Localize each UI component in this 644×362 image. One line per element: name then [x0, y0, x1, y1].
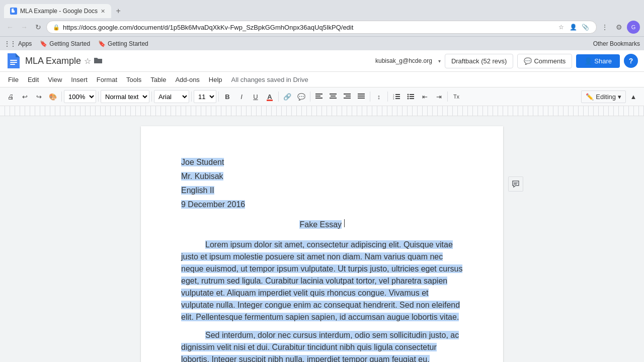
back-button[interactable]: ←: [4, 21, 16, 33]
svg-rect-15: [344, 94, 351, 95]
bookmark-star-icon[interactable]: ☆: [556, 22, 566, 32]
align-center-button[interactable]: [327, 90, 340, 103]
comment-button[interactable]: 💬: [295, 90, 308, 103]
style-select[interactable]: Normal text: [101, 90, 149, 103]
other-bookmarks-button[interactable]: Other Bookmarks: [593, 40, 640, 47]
class-line: English II: [181, 185, 463, 197]
svg-rect-30: [410, 94, 414, 95]
link-button[interactable]: 🔗: [281, 90, 294, 103]
svg-rect-34: [410, 98, 414, 99]
italic-button[interactable]: I: [235, 90, 248, 103]
text-cursor: [344, 219, 345, 227]
bookmark-getting-started-1[interactable]: 🔖 Getting Started: [40, 40, 90, 47]
essay-title-text: Fake Essay: [299, 220, 342, 229]
svg-rect-36: [514, 184, 517, 185]
document-content[interactable]: Joe Student Mr. Kubisak English II 9 Dec…: [181, 156, 463, 362]
menu-view[interactable]: View: [44, 74, 66, 85]
draftback-button[interactable]: Draftback (52 revs): [445, 54, 514, 68]
paint-format-button[interactable]: 🎨: [46, 90, 59, 103]
forward-button[interactable]: →: [18, 21, 30, 33]
justify-button[interactable]: [355, 90, 368, 103]
browser-actions: ⋮ ⚙ G: [599, 21, 640, 34]
font-select[interactable]: Arial: [154, 90, 189, 103]
reload-button[interactable]: ↻: [32, 21, 44, 33]
date-text: 9 December 2016: [181, 200, 245, 209]
menu-addons[interactable]: Add-ons: [171, 74, 203, 85]
decrease-indent-button[interactable]: ⇤: [418, 90, 431, 103]
star-icon[interactable]: ☆: [84, 56, 91, 66]
apps-button[interactable]: ⋮⋮ Apps: [4, 40, 32, 47]
svg-rect-24: [395, 94, 400, 95]
clear-format-button[interactable]: Tx: [450, 90, 463, 103]
numbered-list-button[interactable]: 1.2.3.: [390, 90, 403, 103]
document-page[interactable]: Joe Student Mr. Kubisak English II 9 Dec…: [141, 126, 503, 362]
increase-indent-button[interactable]: ⇥: [432, 90, 445, 103]
folder-icon[interactable]: [94, 57, 102, 65]
menu-format[interactable]: Format: [93, 74, 121, 85]
add-comment-sidebar-icon[interactable]: [508, 176, 523, 192]
menu-edit[interactable]: Edit: [24, 74, 43, 85]
new-tab-button[interactable]: +: [111, 4, 125, 18]
paragraph-2: Sed interdum, dolor nec cursus interdum,…: [181, 329, 463, 362]
extension-icon1[interactable]: 👤: [568, 22, 578, 32]
svg-rect-28: [395, 98, 400, 99]
bold-button[interactable]: B: [221, 90, 234, 103]
underline-button[interactable]: U: [249, 90, 262, 103]
active-tab[interactable]: MLA Example - Google Docs ✕: [4, 4, 111, 18]
redo-button[interactable]: ↪: [32, 90, 45, 103]
bookmark-getting-started-2[interactable]: 🔖 Getting Started: [98, 40, 148, 47]
size-select[interactable]: 11: [194, 90, 216, 103]
apps-label: Apps: [18, 40, 32, 47]
browser-chrome: MLA Example - Google Docs ✕ + ← → ↻ 🔒 ht…: [0, 0, 644, 36]
address-bar[interactable]: 🔒 https://docs.google.com/document/d/1p5…: [46, 21, 597, 34]
tab-bar: MLA Example - Google Docs ✕ +: [0, 0, 644, 18]
paragraph-2-text: Sed interdum, dolor nec cursus interdum,…: [181, 331, 460, 362]
menu-file[interactable]: File: [4, 74, 23, 85]
zoom-select[interactable]: 100%: [64, 90, 96, 103]
document-area[interactable]: Joe Student Mr. Kubisak English II 9 Dec…: [0, 116, 644, 362]
author-line: Joe Student: [181, 156, 463, 168]
tab-close-btn[interactable]: ✕: [101, 8, 105, 15]
undo-button[interactable]: ↩: [18, 90, 31, 103]
toolbar-divider-7: [310, 92, 310, 102]
extensions-btn[interactable]: ⋮: [599, 21, 611, 33]
print-button[interactable]: 🖨: [4, 90, 17, 103]
bookmark-icon-2: 🔖: [98, 40, 106, 47]
toolbar-divider-1: [61, 92, 62, 102]
svg-rect-5: [10, 62, 17, 63]
svg-rect-11: [330, 94, 337, 95]
teacher-text: Mr. Kubisak: [181, 172, 223, 180]
dropdown-arrow-icon[interactable]: ▾: [438, 58, 441, 64]
svg-rect-8: [315, 96, 320, 97]
settings-btn[interactable]: ⚙: [613, 21, 625, 33]
docs-title-row: MLA Example ☆: [25, 56, 102, 66]
docs-logo: [6, 53, 21, 68]
svg-rect-9: [315, 98, 323, 99]
align-left-button[interactable]: [312, 90, 326, 103]
url-text: https://docs.google.com/document/d/1p5Bk…: [63, 24, 556, 31]
editing-mode-selector[interactable]: ✏️ Editing ▾: [581, 90, 626, 103]
toolbar-divider-10: [447, 92, 448, 102]
svg-point-33: [408, 98, 409, 100]
menu-tools[interactable]: Tools: [122, 74, 145, 85]
collapse-toolbar-button[interactable]: ▲: [627, 90, 640, 103]
doc-title[interactable]: MLA Example: [25, 56, 81, 66]
menu-table[interactable]: Table: [146, 74, 170, 85]
class-text: English II: [181, 186, 214, 195]
help-button[interactable]: ?: [624, 54, 638, 68]
menu-help[interactable]: Help: [205, 74, 226, 85]
editing-mode-label: Editing: [596, 93, 616, 101]
user-avatar[interactable]: G: [627, 21, 640, 34]
font-color-button[interactable]: A: [263, 90, 276, 103]
svg-rect-6: [10, 64, 15, 65]
menu-insert[interactable]: Insert: [67, 74, 92, 85]
comments-button[interactable]: 💬 Comments: [517, 54, 572, 68]
align-right-button[interactable]: [341, 90, 354, 103]
share-button[interactable]: 👤 Share: [576, 54, 620, 68]
extension-icon2[interactable]: 📎: [580, 22, 590, 32]
svg-rect-7: [315, 94, 323, 95]
line-spacing-button[interactable]: ↕: [372, 90, 385, 103]
toolbar-divider-6: [278, 92, 279, 102]
user-email: kubisak_g@hcde.org: [375, 57, 432, 64]
bullet-list-button[interactable]: [404, 90, 417, 103]
